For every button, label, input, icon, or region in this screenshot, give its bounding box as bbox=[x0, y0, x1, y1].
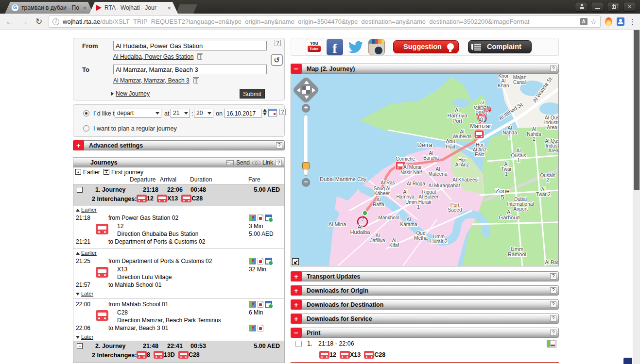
zoom-slider-thumb[interactable] bbox=[302, 162, 310, 169]
pdf-icon[interactable] bbox=[258, 301, 263, 308]
tab-close-icon[interactable]: × bbox=[83, 4, 86, 12]
print-checkbox[interactable] bbox=[295, 341, 302, 347]
bookmark-star-icon[interactable]: ☆ bbox=[590, 17, 597, 26]
later-link[interactable]: Later bbox=[76, 291, 93, 297]
back-button[interactable]: ← bbox=[5, 17, 15, 27]
expand-plus-icon[interactable]: + bbox=[291, 299, 302, 310]
map-header[interactable]: − Map (2. Journey) ? bbox=[291, 64, 559, 74]
accordion-downloads-origin[interactable]: + Downloads for Origin ? bbox=[291, 285, 559, 296]
map-icon[interactable] bbox=[249, 215, 256, 221]
link-link[interactable]: Link bbox=[262, 159, 273, 166]
pan-left-icon[interactable] bbox=[297, 88, 300, 93]
collapse-minus-icon[interactable]: − bbox=[291, 328, 302, 338]
send-envelope-icon[interactable] bbox=[226, 160, 234, 165]
new-journey-link[interactable]: New Journey bbox=[111, 90, 150, 97]
tab-google-search[interactable]: G трамваи в дубаи - По × bbox=[5, 2, 93, 14]
new-tab-button[interactable] bbox=[176, 4, 197, 14]
scrollbar-thumb[interactable] bbox=[634, 30, 640, 190]
complaint-button[interactable]: Complaint bbox=[468, 40, 532, 53]
timetable-icon[interactable] bbox=[265, 301, 272, 308]
youtube-icon[interactable]: YouTube bbox=[306, 39, 322, 55]
help-icon[interactable]: ? bbox=[550, 330, 556, 336]
delete-icon[interactable] bbox=[197, 54, 202, 60]
help-icon[interactable]: ? bbox=[276, 160, 282, 166]
help-icon[interactable]: ? bbox=[550, 301, 556, 308]
pan-right-icon[interactable] bbox=[312, 88, 315, 93]
translate-icon[interactable]: A bbox=[580, 18, 588, 25]
forward-button[interactable]: → bbox=[19, 17, 29, 27]
zoom-out-button[interactable]: − bbox=[302, 178, 310, 186]
regular-journey-radio[interactable] bbox=[83, 125, 89, 132]
map-icon[interactable] bbox=[249, 325, 256, 331]
map-canvas[interactable]: KhorAlKhanMajazCanalAl Wahda St.Al Ittih… bbox=[291, 74, 559, 266]
submit-button[interactable]: Submit bbox=[240, 89, 265, 99]
twitter-icon[interactable] bbox=[347, 39, 364, 55]
help-icon[interactable]: ? bbox=[550, 315, 556, 322]
help-icon[interactable]: ? bbox=[275, 40, 281, 46]
to-history-link[interactable]: Al Mamzar, Mamzar, Beach 3 bbox=[113, 77, 198, 84]
journey-1-summary[interactable]: − 1. Journey 21:18 22:06 00:48 5.00 AED … bbox=[73, 184, 284, 206]
collapse-minus-icon[interactable]: − bbox=[291, 64, 302, 74]
tab-rta-wojhati[interactable]: RTA - Wojhati - Jour × bbox=[89, 2, 178, 14]
map-pdf-icon[interactable] bbox=[547, 340, 556, 347]
restore-button[interactable] bbox=[607, 2, 620, 12]
link-chain-icon[interactable] bbox=[252, 161, 260, 165]
earlier-link[interactable]: Earlier bbox=[76, 250, 97, 256]
minimize-button[interactable] bbox=[591, 2, 604, 12]
accordion-downloads-service[interactable]: + Downloads for Service ? bbox=[291, 314, 559, 324]
url-text[interactable]: wojhati.rta.ae/dub/XSLT_TRIP_REQUEST2?la… bbox=[63, 18, 580, 25]
pdf-icon[interactable] bbox=[258, 215, 263, 221]
pan-down-icon[interactable] bbox=[304, 96, 309, 99]
timetable-icon[interactable] bbox=[265, 215, 272, 221]
help-icon[interactable]: ? bbox=[550, 273, 556, 280]
step-down-icon[interactable] bbox=[263, 113, 267, 116]
tab-close-icon[interactable]: × bbox=[167, 4, 171, 12]
depart-radio[interactable] bbox=[83, 110, 89, 116]
collapse-icon[interactable]: − bbox=[77, 187, 83, 193]
earlier-link[interactable]: Earlier bbox=[76, 207, 97, 213]
expand-plus-icon[interactable]: + bbox=[291, 271, 302, 281]
from-history-link[interactable]: Al Hudaiba, Power Gas Station bbox=[113, 53, 202, 60]
pan-center[interactable] bbox=[302, 86, 310, 94]
earlier-top-link[interactable]: Earlier bbox=[83, 169, 100, 176]
suggestion-button[interactable]: Suggestion bbox=[393, 40, 459, 53]
date-input[interactable] bbox=[225, 109, 261, 118]
zoom-in-button[interactable]: + bbox=[302, 104, 310, 112]
journey-2-summary[interactable]: − 2. Journey 21:48 22:41 00:53 5.00 AED … bbox=[73, 341, 284, 363]
map-resize-icon[interactable] bbox=[292, 258, 299, 265]
pdf-icon[interactable] bbox=[258, 258, 263, 265]
step-up-icon[interactable] bbox=[263, 109, 267, 112]
hour-select[interactable]: 21 bbox=[171, 109, 190, 118]
map-icon[interactable] bbox=[249, 258, 256, 265]
delete-icon[interactable] bbox=[193, 78, 198, 83]
collapse-icon[interactable]: − bbox=[77, 343, 83, 349]
floating-widget[interactable] bbox=[623, 358, 632, 364]
extension-profile-icon[interactable] bbox=[617, 17, 624, 26]
expand-plus-icon[interactable]: + bbox=[291, 285, 302, 296]
print-header[interactable]: − Print ? bbox=[291, 328, 559, 338]
vertical-scrollbar[interactable] bbox=[633, 30, 640, 364]
facebook-icon[interactable]: f bbox=[327, 39, 343, 55]
reload-button[interactable]: ↻ bbox=[34, 17, 44, 27]
pan-up-icon[interactable] bbox=[304, 81, 309, 84]
pdf-icon[interactable] bbox=[258, 325, 263, 331]
accordion-downloads-destination[interactable]: + Downloads for Destination ? bbox=[291, 299, 559, 310]
page-info-icon[interactable]: i bbox=[52, 18, 59, 25]
to-input[interactable] bbox=[113, 65, 267, 74]
accordion-transport-updates[interactable]: + Transport Updates ? bbox=[291, 271, 559, 281]
swap-origin-destination-button[interactable]: ↺ bbox=[271, 54, 283, 66]
earlier-box-icon[interactable]: ▲ bbox=[75, 169, 81, 175]
expand-plus-icon[interactable]: + bbox=[291, 314, 302, 324]
extension-flame-icon[interactable] bbox=[605, 17, 612, 26]
close-button[interactable]: × bbox=[623, 2, 636, 12]
date-stepper[interactable] bbox=[263, 109, 267, 116]
help-icon[interactable]: ? bbox=[550, 66, 556, 72]
map-icon[interactable] bbox=[249, 301, 256, 308]
expand-plus-icon[interactable]: + bbox=[73, 140, 84, 150]
browser-menu-icon[interactable]: ⋮ bbox=[629, 17, 636, 26]
address-bar[interactable]: i wojhati.rta.ae/dub/XSLT_TRIP_REQUEST2?… bbox=[49, 16, 601, 28]
timetable-icon[interactable] bbox=[265, 258, 272, 265]
calendar-icon[interactable] bbox=[268, 109, 277, 116]
map-pan-control[interactable] bbox=[295, 79, 317, 101]
minute-select[interactable]: 20 bbox=[194, 109, 213, 118]
